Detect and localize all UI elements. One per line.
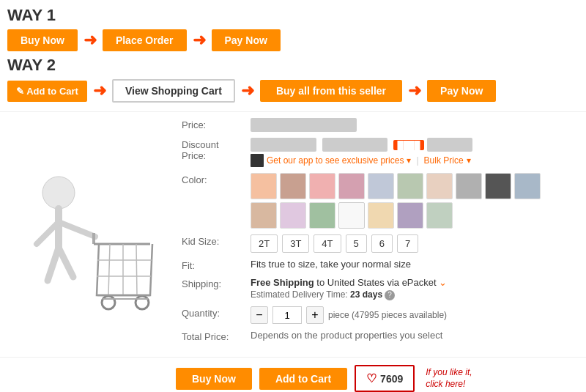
color-swatch-12[interactable] <box>280 202 306 229</box>
heart-icon: ♡ <box>366 371 377 385</box>
discount-value: ████████ ████████ ████ █████ Get our app… <box>251 138 579 167</box>
shipping-via: to United States via ePacket <box>316 277 436 288</box>
color-swatch-4[interactable] <box>338 173 365 199</box>
color-label: Color: <box>182 173 248 185</box>
color-swatch-14[interactable] <box>338 202 365 229</box>
shipping-dropdown-icon[interactable]: ⌄ <box>439 277 447 288</box>
discount-label: DiscountPrice: <box>182 138 248 161</box>
size-3T[interactable]: 3T <box>282 234 309 253</box>
kid-size-row: Kid Size: 2T 3T 4T 5 6 7 <box>182 234 579 253</box>
app-promo-text: Get our app to see exclusive prices <box>267 155 404 166</box>
app-promo-row: Get our app to see exclusive prices ▾ | … <box>251 154 579 167</box>
price-row: Price: ██████████████ <box>182 118 579 132</box>
quantity-decrease-btn[interactable]: − <box>251 306 268 324</box>
app-promo-arrow: ▾ <box>407 155 411 166</box>
way1-place-order-btn[interactable]: Place Order <box>103 29 187 51</box>
quantity-increase-btn[interactable]: + <box>306 306 324 324</box>
if-you-like-text: If you like it, click here! <box>426 367 472 390</box>
color-swatch-17[interactable] <box>426 202 453 229</box>
total-label: Total Price: <box>182 330 248 342</box>
price-value: ██████████████ <box>251 118 579 132</box>
delivery-label: Estimated Delivery Time: <box>251 289 350 300</box>
qr-icon <box>251 154 264 167</box>
svg-line-2 <box>59 222 95 237</box>
arrow5-icon: ➜ <box>408 81 421 100</box>
discount-blurred-2: ████████ <box>322 138 388 152</box>
discount-price-row: ████████ ████████ ████ █████ <box>251 138 579 152</box>
bulk-price-link[interactable]: Bulk Price <box>424 155 464 166</box>
way1-pay-now-btn[interactable]: Pay Now <box>212 29 281 51</box>
color-row: Color: <box>182 173 579 229</box>
svg-point-13 <box>102 296 115 309</box>
shipping-line1: Free Shipping to United States via ePack… <box>251 277 579 288</box>
total-price-value: Depends on the product properties you se… <box>251 330 442 341</box>
arrow2-icon: ➜ <box>193 31 206 50</box>
discount-blurred-1: ████████ <box>251 138 316 152</box>
delivery-help-icon[interactable]: ? <box>385 290 395 300</box>
svg-line-10 <box>108 244 110 295</box>
add-to-cart-btn[interactable]: Add to Cart <box>259 368 347 390</box>
top-instructions: WAY 1 Buy Now ➜ Place Order ➜ Pay Now WA… <box>0 0 586 112</box>
buy-all-from-seller-btn[interactable]: Buy all from this seller <box>260 80 402 102</box>
bottom-action-bar: Buy Now Add to Cart ♡ 7609 If you like i… <box>0 357 586 392</box>
color-swatch-16[interactable] <box>397 202 423 229</box>
view-shopping-cart-btn[interactable]: View Shopping Cart <box>112 79 235 103</box>
way1-label: WAY 1 <box>7 6 579 25</box>
color-swatch-9[interactable] <box>485 173 511 199</box>
color-swatch-6[interactable] <box>397 173 423 199</box>
quantity-control: − + piece (47995 pieces available) <box>251 306 447 324</box>
wishlist-btn[interactable]: ♡ 7609 <box>355 365 415 392</box>
color-swatch-7[interactable] <box>426 173 453 199</box>
color-swatch-11[interactable] <box>251 202 277 229</box>
way1-buy-now-btn[interactable]: Buy Now <box>7 29 78 51</box>
way1-row: Buy Now ➜ Place Order ➜ Pay Now <box>7 29 579 51</box>
svg-line-4 <box>48 248 59 281</box>
kid-size-label: Kid Size: <box>182 234 248 247</box>
product-details: Price: ██████████████ DiscountPrice: ███… <box>176 118 579 348</box>
discount-badge: ████ <box>393 140 423 150</box>
size-options-container: 2T 3T 4T 5 6 7 <box>251 234 418 253</box>
discount-blurred-3: █████ <box>427 138 472 152</box>
delivery-days-value: 23 days <box>350 289 382 300</box>
svg-point-14 <box>136 296 149 309</box>
shipping-row: Shipping: Free Shipping to United States… <box>182 277 579 300</box>
size-6[interactable]: 6 <box>371 234 393 253</box>
quantity-label: Quantity: <box>182 306 248 319</box>
color-swatches-container <box>251 173 558 229</box>
delivery-time-row: Estimated Delivery Time: 23 days? <box>251 289 579 300</box>
way2-pay-now-btn[interactable]: Pay Now <box>427 80 496 102</box>
size-7[interactable]: 7 <box>397 234 418 253</box>
size-2T[interactable]: 2T <box>251 234 278 253</box>
svg-line-12 <box>136 244 137 295</box>
arrow3-icon: ➜ <box>93 81 106 100</box>
cart-illustration <box>15 152 161 314</box>
price-label: Price: <box>182 118 248 130</box>
color-swatch-2[interactable] <box>280 173 306 199</box>
way2-row: ✎ Add to Cart ➜ View Shopping Cart ➜ Buy… <box>7 79 579 103</box>
svg-point-0 <box>42 177 75 209</box>
shipping-free: Free Shipping <box>251 277 314 288</box>
color-swatch-15[interactable] <box>368 202 394 229</box>
arrow4-icon: ➜ <box>241 81 254 100</box>
quantity-input[interactable] <box>272 306 302 324</box>
svg-line-5 <box>59 248 73 277</box>
shipping-label: Shipping: <box>182 277 248 289</box>
bulk-price-arrow: ▾ <box>467 155 471 166</box>
shipping-info: Free Shipping to United States via ePack… <box>251 277 579 300</box>
fit-label: Fit: <box>182 259 248 271</box>
size-5[interactable]: 5 <box>346 234 367 253</box>
size-4T[interactable]: 4T <box>314 234 341 253</box>
product-area: Price: ██████████████ DiscountPrice: ███… <box>0 112 586 354</box>
way2-add-to-cart-btn[interactable]: ✎ Add to Cart <box>7 81 87 102</box>
color-swatch-1[interactable] <box>251 173 277 199</box>
quantity-row: Quantity: − + piece (47995 pieces availa… <box>182 306 579 324</box>
fit-row: Fit: Fits true to size, take your normal… <box>182 259 579 271</box>
buy-now-btn[interactable]: Buy Now <box>176 368 252 390</box>
color-swatch-10[interactable] <box>514 173 541 199</box>
color-swatch-13[interactable] <box>309 202 335 229</box>
quantity-note: piece (47995 pieces available) <box>328 310 447 320</box>
color-swatch-8[interactable] <box>456 173 482 199</box>
color-swatch-5[interactable] <box>368 173 394 199</box>
color-swatch-3[interactable] <box>309 173 335 199</box>
wishlist-count: 7609 <box>380 373 403 385</box>
